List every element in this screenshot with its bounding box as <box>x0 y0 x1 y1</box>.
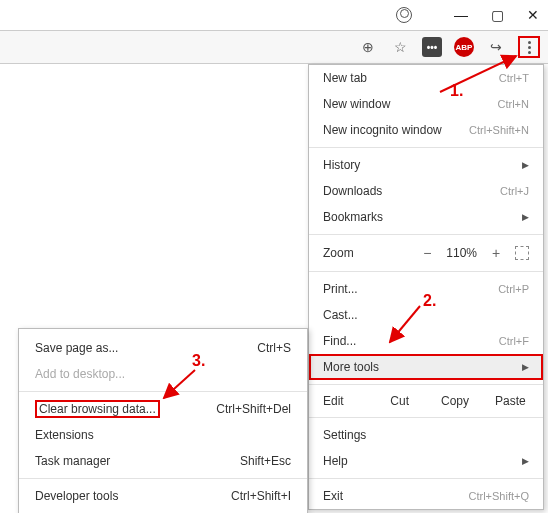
label: New tab <box>323 71 367 85</box>
kebab-menu-button[interactable] <box>518 36 540 58</box>
submenu-clear-data[interactable]: Clear browsing data... Ctrl+Shift+Del <box>19 396 307 422</box>
maximize-button[interactable]: ▢ <box>490 8 504 22</box>
submenu-add-desktop[interactable]: Add to desktop... <box>19 361 307 387</box>
main-menu: New tab Ctrl+T New window Ctrl+N New inc… <box>308 64 544 510</box>
cut-button[interactable]: Cut <box>381 394 418 408</box>
separator <box>19 391 307 392</box>
label: History <box>323 158 360 172</box>
menu-cast[interactable]: Cast... <box>309 302 543 328</box>
submenu-task-manager[interactable]: Task manager Shift+Esc <box>19 448 307 474</box>
menu-new-tab[interactable]: New tab Ctrl+T <box>309 65 543 91</box>
more-tools-submenu: Save page as... Ctrl+S Add to desktop...… <box>18 328 308 513</box>
submenu-extensions[interactable]: Extensions <box>19 422 307 448</box>
label: Cast... <box>323 308 358 322</box>
minimize-button[interactable]: — <box>454 8 468 22</box>
content-area <box>0 64 310 74</box>
label: Zoom <box>323 246 408 260</box>
zoom-value: 110% <box>446 246 477 260</box>
browser-toolbar: ⊕ ☆ ••• ABP ↪ <box>0 30 548 64</box>
label: Find... <box>323 334 356 348</box>
separator <box>309 478 543 479</box>
label: More tools <box>323 360 379 374</box>
zoom-icon[interactable]: ⊕ <box>358 37 378 57</box>
label: Edit <box>323 394 363 408</box>
shortcut: Ctrl+N <box>498 98 529 110</box>
fullscreen-icon[interactable] <box>515 246 529 260</box>
label: Clear browsing data... <box>35 400 160 418</box>
shortcut: Ctrl+T <box>499 72 529 84</box>
shortcut: Ctrl+Shift+Del <box>216 402 291 416</box>
shortcut: Ctrl+Shift+I <box>231 489 291 503</box>
label: Extensions <box>35 428 94 442</box>
menu-downloads[interactable]: Downloads Ctrl+J <box>309 178 543 204</box>
label: Developer tools <box>35 489 118 503</box>
label: Bookmarks <box>323 210 383 224</box>
submenu-arrow-icon: ▶ <box>522 456 529 466</box>
separator <box>19 478 307 479</box>
submenu-arrow-icon: ▶ <box>522 362 529 372</box>
label: Exit <box>323 489 343 503</box>
label: New window <box>323 97 390 111</box>
shortcut: Ctrl+J <box>500 185 529 197</box>
zoom-in-button[interactable]: + <box>487 245 505 261</box>
label: Save page as... <box>35 341 118 355</box>
zoom-out-button[interactable]: − <box>418 245 436 261</box>
menu-exit[interactable]: Exit Ctrl+Shift+Q <box>309 483 543 509</box>
extension-icon[interactable]: ••• <box>422 37 442 57</box>
submenu-developer-tools[interactable]: Developer tools Ctrl+Shift+I <box>19 483 307 509</box>
paste-button[interactable]: Paste <box>492 394 529 408</box>
label: Task manager <box>35 454 110 468</box>
separator <box>309 147 543 148</box>
label: New incognito window <box>323 123 442 137</box>
title-bar: — ▢ ✕ <box>0 0 548 30</box>
shortcut: Ctrl+S <box>257 341 291 355</box>
shortcut: Ctrl+F <box>499 335 529 347</box>
label: Add to desktop... <box>35 367 125 381</box>
separator <box>309 417 543 418</box>
shortcut: Ctrl+Shift+Q <box>468 490 529 502</box>
menu-zoom: Zoom − 110% + <box>309 239 543 267</box>
shortcut: Shift+Esc <box>240 454 291 468</box>
separator <box>309 271 543 272</box>
menu-history[interactable]: History ▶ <box>309 152 543 178</box>
separator <box>309 234 543 235</box>
menu-help[interactable]: Help ▶ <box>309 448 543 474</box>
label: Help <box>323 454 348 468</box>
menu-settings[interactable]: Settings <box>309 422 543 448</box>
menu-print[interactable]: Print... Ctrl+P <box>309 276 543 302</box>
close-button[interactable]: ✕ <box>526 8 540 22</box>
shortcut: Ctrl+Shift+N <box>469 124 529 136</box>
menu-new-window[interactable]: New window Ctrl+N <box>309 91 543 117</box>
menu-bookmarks[interactable]: Bookmarks ▶ <box>309 204 543 230</box>
bookmark-star-icon[interactable]: ☆ <box>390 37 410 57</box>
label: Settings <box>323 428 366 442</box>
label: Downloads <box>323 184 382 198</box>
menu-more-tools[interactable]: More tools ▶ <box>309 354 543 380</box>
shortcut: Ctrl+P <box>498 283 529 295</box>
menu-incognito[interactable]: New incognito window Ctrl+Shift+N <box>309 117 543 143</box>
separator <box>309 384 543 385</box>
profile-icon[interactable] <box>396 7 412 23</box>
menu-edit: Edit Cut Copy Paste <box>309 389 543 413</box>
copy-button[interactable]: Copy <box>436 394 473 408</box>
label: Print... <box>323 282 358 296</box>
adblock-icon[interactable]: ABP <box>454 37 474 57</box>
share-icon[interactable]: ↪ <box>486 37 506 57</box>
submenu-arrow-icon: ▶ <box>522 160 529 170</box>
submenu-save-page[interactable]: Save page as... Ctrl+S <box>19 335 307 361</box>
menu-find[interactable]: Find... Ctrl+F <box>309 328 543 354</box>
submenu-arrow-icon: ▶ <box>522 212 529 222</box>
